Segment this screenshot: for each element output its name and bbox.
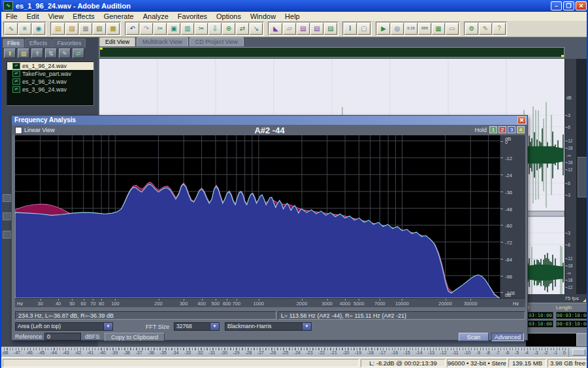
toolbar-button[interactable]: ▣ bbox=[167, 23, 180, 35]
toolbar-button[interactable]: ▩ bbox=[106, 23, 120, 35]
maximize-button[interactable]: ❐ bbox=[563, 1, 574, 10]
panel-grip[interactable] bbox=[576, 333, 588, 346]
options-button[interactable]: ✎ bbox=[59, 48, 71, 58]
toolbar-button[interactable]: ▥ bbox=[181, 23, 194, 35]
resize-handle-icon[interactable] bbox=[583, 299, 586, 302]
toolbar-button[interactable]: ? bbox=[493, 23, 506, 35]
overview-navigator-bar[interactable] bbox=[99, 47, 564, 58]
frequency-axis[interactable]: Hz30405060708010020030040050060070010002… bbox=[15, 298, 525, 307]
dialog-close-icon[interactable]: ✕ bbox=[517, 116, 526, 124]
time-cell[interactable]: 03:10:00 bbox=[525, 312, 553, 319]
copy-to-clipboard-button[interactable]: Copy to Clipboard bbox=[105, 333, 165, 341]
toolbar-button[interactable]: ✂ bbox=[154, 23, 167, 35]
fft-size-select[interactable]: 32768 ▼ bbox=[174, 322, 220, 331]
menu-item-window[interactable]: Window bbox=[246, 12, 280, 20]
panel-edge-button[interactable] bbox=[3, 212, 11, 220]
toolbar-button[interactable]: I bbox=[344, 23, 357, 35]
window-function-select[interactable]: Blackmann-Harris ▼ bbox=[225, 322, 312, 331]
minimize-button[interactable]: – bbox=[551, 1, 562, 10]
sort-button[interactable]: ⇅ bbox=[45, 48, 57, 58]
hold-button-1[interactable]: 1 bbox=[489, 126, 497, 133]
db-ruler-tick bbox=[500, 225, 503, 226]
tab-multitrack-view[interactable]: Multitrack View bbox=[137, 37, 188, 46]
toolbar-button[interactable]: ↘ bbox=[250, 23, 263, 35]
meter-options-button[interactable] bbox=[572, 349, 585, 356]
chevron-down-icon[interactable]: ▼ bbox=[210, 323, 219, 330]
file-list-item[interactable]: ⇄es_1_96_24.wav bbox=[7, 62, 93, 70]
db-ruler-tick bbox=[500, 209, 503, 209]
close-button[interactable]: ✕ bbox=[576, 1, 587, 10]
toolbar-button[interactable]: ∿ bbox=[5, 23, 18, 35]
toolbar-button[interactable]: ↷ bbox=[140, 23, 153, 35]
toolbar-button[interactable]: ▭ bbox=[446, 23, 459, 35]
time-cell[interactable]: 00:03:10:00 bbox=[556, 312, 587, 319]
advanced-button[interactable]: Advanced bbox=[491, 333, 524, 341]
toolbar-button[interactable]: ▤ bbox=[324, 23, 337, 35]
amplitude-ruler[interactable]: dB-∞-3-3-6-6-12-12-18-18dB-∞-3-3-6-6-12-… bbox=[564, 59, 576, 301]
menu-item-effects[interactable]: Effects bbox=[68, 12, 99, 20]
menu-item-edit[interactable]: Edit bbox=[22, 12, 44, 20]
menu-item-options[interactable]: Options bbox=[212, 12, 246, 20]
toolbar-button[interactable]: ◣ bbox=[269, 23, 282, 35]
vertical-scrollbar[interactable] bbox=[576, 59, 588, 301]
toolbar-button[interactable]: ⊕ bbox=[222, 23, 235, 35]
reference-input[interactable]: 0 bbox=[44, 333, 81, 341]
toolbar-button[interactable]: ≡ bbox=[18, 23, 31, 35]
toolbar-button[interactable]: ✎ bbox=[479, 23, 492, 35]
toolbar-button[interactable]: ▨ bbox=[65, 23, 78, 35]
chevron-down-icon[interactable]: ▼ bbox=[103, 323, 112, 330]
close-file-button[interactable]: ▨ bbox=[18, 48, 29, 58]
tab-effects[interactable]: Effects bbox=[25, 39, 52, 48]
time-cell[interactable]: 00:03:10:00 bbox=[556, 320, 587, 327]
menu-item-file[interactable]: File bbox=[1, 12, 22, 20]
tab-favorites[interactable]: Favorites bbox=[52, 39, 86, 48]
toolbar-button[interactable]: ▤ bbox=[310, 23, 323, 35]
toolbar-button[interactable]: ◎ bbox=[391, 23, 404, 35]
toolbar-button[interactable]: 0:15 bbox=[404, 23, 417, 35]
toolbar-button[interactable]: 888 bbox=[418, 23, 431, 35]
toolbar-button[interactable]: ▤ bbox=[297, 23, 310, 35]
area-select[interactable]: Area (Left on top) ▼ bbox=[15, 322, 113, 331]
toolbar-button[interactable]: ⚙ bbox=[465, 23, 478, 35]
panel-edge-button[interactable] bbox=[3, 194, 11, 202]
hold-button-2[interactable]: 2 bbox=[498, 126, 506, 133]
menu-item-help[interactable]: Help bbox=[280, 12, 304, 20]
panel-edge-button[interactable] bbox=[3, 231, 11, 239]
toolbar-button[interactable]: ⇩ bbox=[208, 23, 221, 35]
file-list-item[interactable]: ⇄es_2_96_24.wav bbox=[7, 78, 93, 86]
hold-button-3[interactable]: 3 bbox=[508, 126, 515, 133]
file-list[interactable]: ⇄es_1_96_24.wav⇄TakeFive_part.wav⇄es_2_9… bbox=[7, 61, 94, 106]
toolbar-button[interactable]: ▢ bbox=[357, 23, 370, 35]
import-button[interactable]: ⇑ bbox=[31, 48, 43, 58]
menu-item-view[interactable]: View bbox=[44, 12, 69, 20]
chevron-down-icon[interactable]: ▼ bbox=[302, 323, 311, 330]
toolbar-button[interactable]: ↶ bbox=[126, 23, 139, 35]
toolbar-button[interactable]: ⇄ bbox=[236, 23, 249, 35]
toolbar-button[interactable]: ▱ bbox=[283, 23, 296, 35]
title-bar[interactable]: ∿ es_1_96_24.wav - Adobe Audition – ❐ ✕ bbox=[1, 0, 588, 12]
toolbar-button[interactable]: ▧ bbox=[93, 23, 106, 35]
menu-item-generate[interactable]: Generate bbox=[99, 12, 139, 20]
file-list-item[interactable]: ⇄TakeFive_part.wav bbox=[7, 70, 93, 78]
scrollbar-thumb[interactable] bbox=[578, 157, 588, 197]
toolbar-button[interactable]: ▦ bbox=[432, 23, 445, 35]
tab-files[interactable]: Files bbox=[3, 39, 24, 48]
file-list-item[interactable]: ⇄es_3_96_24.wav bbox=[7, 86, 93, 93]
menu-item-favorites[interactable]: Favorites bbox=[173, 12, 212, 20]
toolbar-button[interactable]: ◉ bbox=[32, 23, 45, 35]
open-file-button[interactable]: ⬆ bbox=[4, 48, 16, 58]
level-meter-bar[interactable]: dB-47-46-45-44-43-42-41-40-39-38-37-36-3… bbox=[1, 346, 588, 357]
tab-cd-project-view[interactable]: CD Project View bbox=[189, 37, 244, 46]
toolbar-button[interactable]: ▦ bbox=[79, 23, 92, 35]
frequency-spectrum-plot[interactable] bbox=[15, 135, 500, 298]
advanced-options-button[interactable]: ⇄ bbox=[73, 48, 84, 58]
menu-item-analyze[interactable]: Analyze bbox=[139, 12, 173, 20]
toolbar-button[interactable]: ▤ bbox=[52, 23, 65, 35]
time-cell[interactable]: 03:10:00 bbox=[525, 320, 553, 327]
hold-button-4[interactable]: 4 bbox=[517, 126, 525, 133]
scan-button[interactable]: Scan bbox=[459, 333, 489, 341]
tab-edit-view[interactable]: Edit View bbox=[99, 37, 135, 46]
toolbar-button[interactable]: ▶ bbox=[377, 23, 390, 35]
dialog-title-bar[interactable]: Frequency Analysis ✕ bbox=[12, 116, 527, 125]
toolbar-button[interactable]: ✂ bbox=[195, 23, 208, 35]
